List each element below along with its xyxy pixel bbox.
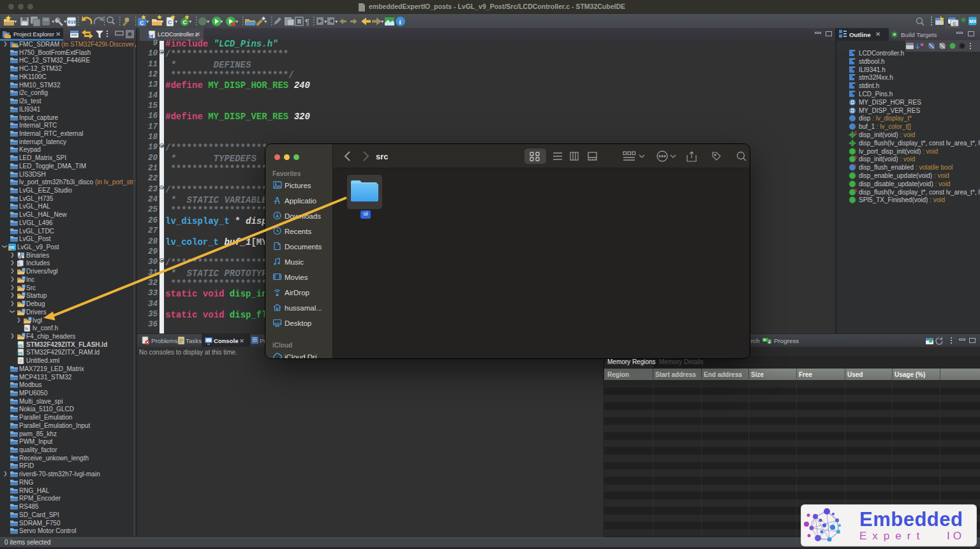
svg-text:S: S [854,188,858,193]
svg-text:h: h [26,326,28,331]
svg-text:010: 010 [68,20,77,25]
svg-text:¶: ¶ [305,17,309,27]
svg-text:C: C [168,19,172,26]
svg-text:i: i [399,18,401,26]
svg-text:ld: ld [19,352,22,356]
svg-text:v: v [854,163,856,168]
svg-text:S: S [854,131,858,135]
svg-text:C: C [953,22,956,26]
svg-text:ld: ld [19,344,22,348]
svg-text:C: C [140,20,144,26]
svg-text:h: h [18,262,20,266]
svg-text:S: S [854,155,858,159]
svg-text:MX: MX [969,18,976,24]
svg-text:src: src [376,152,389,161]
svg-text:C: C [183,19,188,26]
svg-text:C: C [149,34,152,38]
